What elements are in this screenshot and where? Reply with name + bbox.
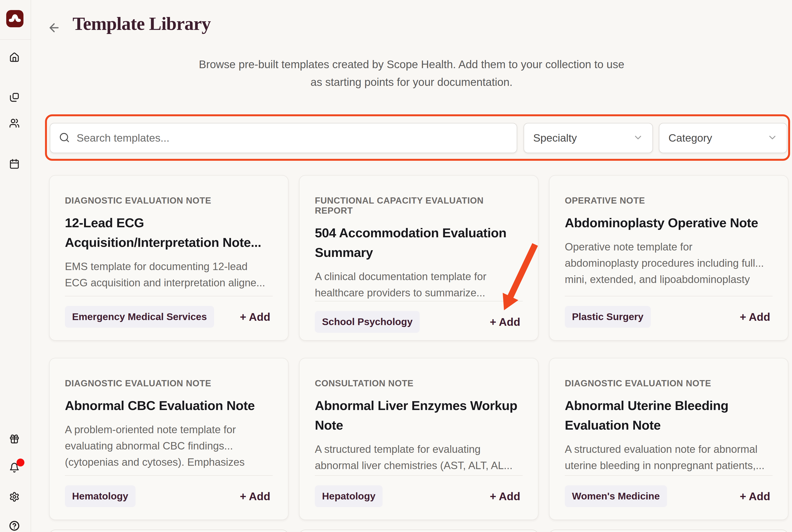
- add-template-button[interactable]: + Add: [240, 310, 273, 323]
- scope-health-logo-icon: [7, 10, 23, 27]
- sidebar-item-notifications[interactable]: [9, 462, 20, 473]
- back-button[interactable]: [48, 21, 61, 35]
- specialty-tag: Emergency Medical Services: [65, 306, 214, 328]
- arrow-left-icon: [48, 31, 61, 35]
- bell-icon: [9, 470, 20, 474]
- card-description: A problem-oriented note template for eva…: [65, 421, 273, 470]
- card-title: Abdominoplasty Operative Note: [565, 213, 773, 232]
- card-description: Operative note template for abdominoplas…: [565, 239, 773, 287]
- card-type-label: DIAGNOSTIC EVALUATION NOTE: [65, 378, 273, 388]
- specialty-tag: School Psychology: [315, 311, 420, 333]
- card-footer: Plastic Surgery + Add: [565, 296, 773, 328]
- gift-icon: [9, 441, 20, 445]
- card-footer: Hepatology + Add: [315, 475, 523, 507]
- template-card-partial: [549, 530, 788, 532]
- template-card[interactable]: DIAGNOSTIC EVALUATION NOTE 12-Lead ECG A…: [49, 175, 289, 341]
- card-title: Abnormal CBC Evaluation Note: [65, 396, 273, 415]
- card-type-label: FUNCTIONAL CAPACITY EVALUATION REPORT: [315, 196, 523, 216]
- specialty-tag: Hematology: [65, 486, 135, 507]
- template-grid-row-3: [49, 530, 788, 532]
- chevron-down-icon: [767, 132, 778, 144]
- template-card-partial: [49, 530, 289, 532]
- template-card[interactable]: CONSULTATION NOTE Abnormal Liver Enzymes…: [299, 358, 538, 520]
- page-subtitle: Browse pre-built templates created by Sc…: [31, 56, 792, 91]
- templates-icon: [9, 99, 20, 103]
- help-icon: [9, 528, 20, 532]
- add-template-button[interactable]: + Add: [240, 490, 273, 503]
- card-footer: School Psychology + Add: [315, 301, 523, 333]
- sidebar: [0, 0, 31, 532]
- search-input[interactable]: [77, 132, 508, 144]
- category-filter-dropdown[interactable]: Category: [659, 123, 787, 153]
- add-template-button[interactable]: + Add: [490, 490, 523, 503]
- template-library-page: Template Library Browse pre-built templa…: [0, 0, 792, 532]
- template-grid-row-2: DIAGNOSTIC EVALUATION NOTE Abnormal CBC …: [49, 358, 788, 520]
- card-description: A structured template for evaluating abn…: [315, 441, 523, 474]
- card-type-label: OPERATIVE NOTE: [565, 196, 773, 206]
- chevron-down-icon: [633, 132, 643, 144]
- notification-badge: [17, 459, 24, 467]
- card-description: A clinical documentation template for he…: [315, 268, 523, 301]
- app-logo[interactable]: [6, 10, 23, 27]
- card-title: 12-Lead ECG Acquisition/Interpretation N…: [65, 213, 273, 252]
- card-title: Abnormal Liver Enzymes Workup Note: [315, 396, 523, 435]
- specialty-filter-label: Specialty: [533, 132, 577, 144]
- main-content: Template Library Browse pre-built templa…: [31, 0, 792, 532]
- card-type-label: DIAGNOSTIC EVALUATION NOTE: [565, 378, 773, 388]
- specialty-tag: Plastic Surgery: [565, 306, 651, 328]
- add-template-button[interactable]: + Add: [740, 310, 773, 323]
- sidebar-item-calendar[interactable]: [9, 158, 20, 169]
- card-type-label: CONSULTATION NOTE: [315, 378, 523, 388]
- sidebar-divider: [0, 39, 31, 40]
- template-card[interactable]: FUNCTIONAL CAPACITY EVALUATION REPORT 50…: [299, 175, 538, 341]
- add-template-button[interactable]: + Add: [740, 490, 773, 503]
- patients-icon: [9, 125, 20, 129]
- specialty-tag: Hepatology: [315, 486, 383, 507]
- card-title: Abnormal Uterine Bleeding Evaluation Not…: [565, 396, 773, 435]
- search-icon: [59, 132, 70, 144]
- template-card-partial: [299, 530, 538, 532]
- template-grid-row-1: DIAGNOSTIC EVALUATION NOTE 12-Lead ECG A…: [49, 175, 788, 341]
- add-template-button[interactable]: + Add: [490, 316, 523, 328]
- gear-icon: [9, 499, 20, 503]
- home-icon: [9, 59, 20, 63]
- card-footer: Emergency Medical Services + Add: [65, 296, 273, 328]
- sidebar-item-rewards[interactable]: [9, 434, 20, 444]
- card-type-label: DIAGNOSTIC EVALUATION NOTE: [65, 196, 273, 206]
- card-footer: Women's Medicine + Add: [565, 475, 773, 507]
- page-title: Template Library: [73, 11, 211, 37]
- sidebar-item-help[interactable]: [9, 520, 20, 531]
- specialty-tag: Women's Medicine: [565, 486, 667, 507]
- calendar-icon: [9, 166, 20, 170]
- card-title: 504 Accommodation Evaluation Summary: [315, 223, 523, 262]
- search-bar: [50, 123, 517, 153]
- template-card[interactable]: DIAGNOSTIC EVALUATION NOTE Abnormal CBC …: [49, 358, 289, 520]
- category-filter-label: Category: [668, 132, 712, 144]
- sidebar-item-settings[interactable]: [9, 492, 20, 502]
- card-description: EMS template for documenting 12-lead ECG…: [65, 258, 273, 291]
- card-footer: Hematology + Add: [65, 475, 273, 507]
- card-description: A structured evaluation note for abnorma…: [565, 441, 773, 474]
- specialty-filter-dropdown[interactable]: Specialty: [523, 123, 653, 153]
- sidebar-item-templates[interactable]: [9, 92, 20, 102]
- sidebar-item-home[interactable]: [9, 52, 20, 63]
- template-card[interactable]: OPERATIVE NOTE Abdominoplasty Operative …: [549, 175, 788, 341]
- template-card[interactable]: DIAGNOSTIC EVALUATION NOTE Abnormal Uter…: [549, 358, 788, 520]
- sidebar-item-patients[interactable]: [9, 118, 20, 129]
